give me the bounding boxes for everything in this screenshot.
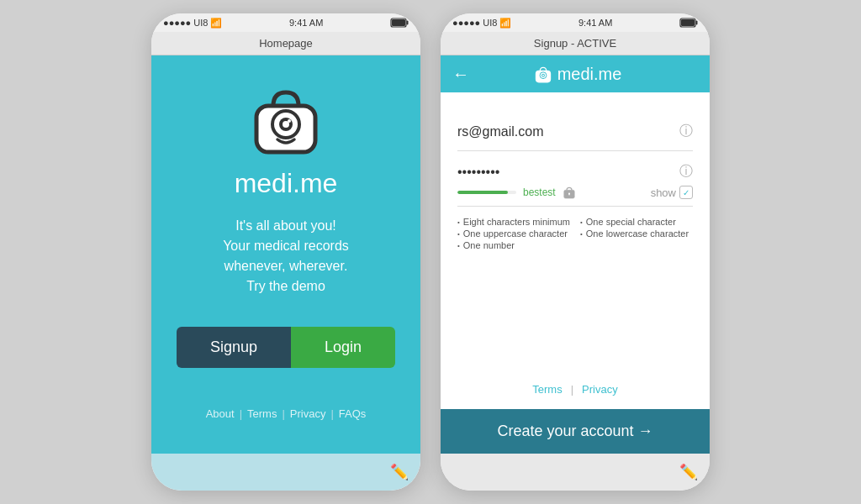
title-bar-home: Homepage <box>151 32 420 55</box>
status-time-2: 9:41 AM <box>578 18 612 28</box>
strength-lock-icon <box>563 186 576 199</box>
svg-point-7 <box>288 119 291 123</box>
network-label-2: UI8 <box>483 18 497 28</box>
status-signal: ●●●●● UI8 📶 <box>163 18 222 29</box>
privacy-link[interactable]: Privacy <box>582 383 618 396</box>
password-input[interactable] <box>457 165 679 180</box>
terms-link[interactable]: Terms <box>532 383 562 396</box>
title-bar-signup: Signup - ACTIVE <box>441 32 710 55</box>
about-link[interactable]: About <box>206 407 235 420</box>
req-uppercase: • One uppercase character <box>457 228 570 239</box>
password-field-row: ⓘ bestest show ✓ <box>457 155 693 207</box>
status-signal-2: ●●●●● UI8 📶 <box>452 18 511 29</box>
show-checkbox[interactable]: ✓ <box>679 186 693 199</box>
svg-rect-9 <box>696 21 698 25</box>
terms-link[interactable]: Terms <box>247 407 277 420</box>
edit-icon-2: ✏️ <box>679 463 698 481</box>
req-lowercase: • One lowercase character <box>580 228 693 239</box>
req-number: • One number <box>457 240 570 250</box>
signal-dots-2: ●●●●● <box>452 18 480 28</box>
battery-icon <box>390 18 409 28</box>
phones-container: ●●●●● UI8 📶 9:41 AM Homepage <box>151 13 710 491</box>
svg-point-14 <box>542 75 544 76</box>
phone1-bottom-bar: ✏️ <box>151 454 420 491</box>
phone2-bottom-bar: ✏️ <box>441 454 710 491</box>
network-label: UI8 <box>193 18 208 28</box>
terms-row: Terms | Privacy <box>457 370 693 409</box>
app-header: ← medi.me <box>441 55 710 92</box>
terms-sep: | <box>571 383 573 396</box>
app-logo <box>248 81 324 156</box>
signal-dots: ●●●●● <box>163 18 191 28</box>
status-bar-signup: ●●●●● UI8 📶 9:41 AM <box>441 13 710 32</box>
svg-rect-2 <box>392 19 405 26</box>
phone-signup: ●●●●● UI8 📶 9:41 AM Signup - ACTIVE ← <box>441 13 710 491</box>
show-password-btn[interactable]: show ✓ <box>651 186 693 199</box>
wifi-icon: 📶 <box>210 18 222 29</box>
create-account-button[interactable]: Create your account → <box>497 423 652 440</box>
req-eight-chars: • Eight characters minimum <box>457 217 570 227</box>
wifi-icon-2: 📶 <box>499 18 511 29</box>
login-button[interactable]: Login <box>291 327 395 368</box>
signup-form: ⓘ ⓘ bestest <box>441 92 710 409</box>
password-field: ⓘ <box>457 163 693 181</box>
email-input[interactable] <box>457 124 679 139</box>
status-bar-home: ●●●●● UI8 📶 9:41 AM <box>151 13 420 32</box>
header-title: medi.me <box>478 65 678 84</box>
strength-label: bestest <box>523 186 556 198</box>
svg-rect-17 <box>568 194 569 196</box>
strength-fill <box>457 191 508 194</box>
app-name: medi.me <box>235 168 338 199</box>
status-time: 9:41 AM <box>289 18 323 28</box>
password-help-icon[interactable]: ⓘ <box>679 163 693 181</box>
privacy-link[interactable]: Privacy <box>290 407 326 420</box>
auth-buttons: Signup Login <box>177 327 395 368</box>
phone-homepage: ●●●●● UI8 📶 9:41 AM Homepage <box>151 13 420 491</box>
faqs-link[interactable]: FAQs <box>339 407 367 420</box>
email-help-icon[interactable]: ⓘ <box>679 123 693 140</box>
homepage-content: medi.me It's all about you!Your medical … <box>151 55 420 454</box>
footer-links: About | Terms | Privacy | FAQs <box>206 407 367 420</box>
tagline: It's all about you!Your medical recordsw… <box>223 216 349 297</box>
email-field-row: ⓘ <box>457 113 693 151</box>
svg-rect-1 <box>407 21 409 25</box>
signup-button[interactable]: Signup <box>177 327 291 368</box>
svg-rect-10 <box>681 19 695 26</box>
edit-icon: ✏️ <box>390 463 409 481</box>
battery-icon-2 <box>679 18 698 28</box>
strength-bar <box>457 191 516 194</box>
strength-row: bestest show ✓ <box>457 186 693 202</box>
back-button[interactable]: ← <box>452 65 469 84</box>
create-account-footer[interactable]: Create your account → <box>441 409 710 454</box>
req-special-char: • One special character <box>580 217 693 227</box>
password-requirements: • Eight characters minimum • One special… <box>457 217 693 250</box>
